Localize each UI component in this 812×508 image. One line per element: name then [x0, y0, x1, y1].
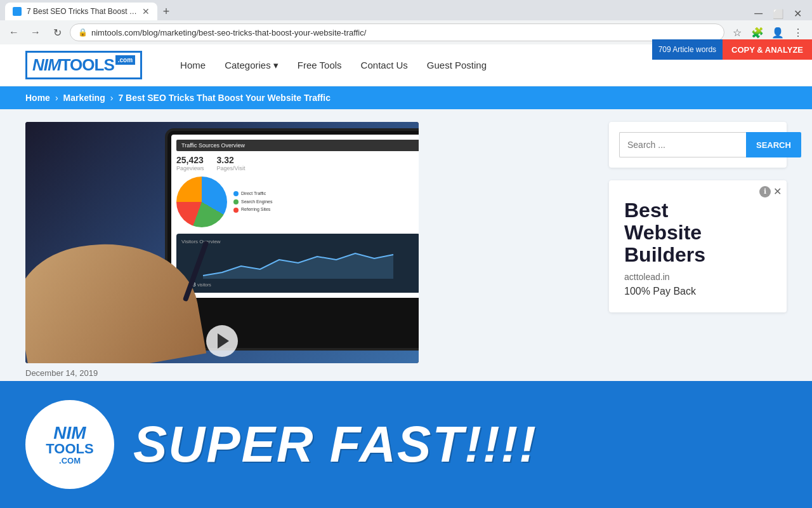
tab-title: 7 Best SEO Tricks That Boost You... — [27, 7, 137, 16]
copy-analyze-button[interactable]: COPY & ANALYZE — [723, 39, 812, 60]
logo-com: .com — [115, 55, 135, 65]
breadcrumb-sep-1: › — [55, 93, 58, 103]
logo-nim: NIM — [32, 55, 61, 75]
article-date: December 14, 2019 — [25, 368, 590, 378]
article-area: Traffic Sources Overview 25,423Pageviews… — [25, 122, 590, 378]
stat-pages-visit: 3.32Pages/Visit — [217, 155, 246, 171]
ad-widget: ℹ ✕ BestWebsiteBuilders acttolead.in 100… — [609, 180, 787, 312]
chart-legend: Direct Traffic Search Engines Referring … — [233, 190, 272, 214]
window-maximize-button[interactable]: ⬜ — [773, 9, 783, 19]
website: NIM TOOLS .com Home Categories ▾ Free To… — [0, 44, 812, 391]
window-minimize-button[interactable]: ─ — [754, 7, 763, 20]
banner-logo: NIM TOOLS .COM — [25, 400, 114, 489]
ad-headline: BestWebsiteBuilders — [624, 199, 771, 267]
banner-logo-nim: NIM — [53, 424, 86, 442]
nav-categories[interactable]: Categories ▾ — [225, 60, 278, 71]
tab-close-button[interactable]: ✕ — [142, 6, 150, 17]
logo-box: NIM TOOLS .com — [25, 51, 142, 79]
banner-text: SUPER FAST!!!! — [133, 415, 537, 474]
play-button[interactable] — [206, 325, 238, 357]
reload-button[interactable]: ↻ — [48, 23, 66, 41]
url-text: nimtools.com/blog/marketing/best-seo-tri… — [91, 28, 716, 37]
ad-domain: acttolead.in — [624, 272, 771, 282]
search-widget: SEARCH — [609, 122, 787, 168]
search-button[interactable]: SEARCH — [746, 132, 801, 157]
extension-icon[interactable]: 🧩 — [749, 23, 766, 41]
search-input[interactable] — [619, 132, 746, 157]
featured-image: Traffic Sources Overview 25,423Pageviews… — [25, 122, 419, 363]
word-count-label: 709 Article words — [658, 45, 716, 54]
breadcrumb-marketing[interactable]: Marketing — [63, 93, 105, 103]
ad-info-icon[interactable]: ℹ — [759, 186, 771, 197]
lock-icon: 🔒 — [78, 28, 88, 37]
ad-close-icon[interactable]: ✕ — [773, 185, 782, 197]
url-bar[interactable]: 🔒 nimtools.com/blog/marketing/best-seo-t… — [70, 23, 724, 41]
play-icon — [218, 333, 229, 349]
sidebar: SEARCH ℹ ✕ BestWebsiteBuilders acttolead… — [609, 122, 787, 378]
analytics-header: Traffic Sources Overview — [176, 140, 419, 151]
ad-controls: ℹ ✕ — [759, 185, 782, 197]
browser-chrome: 7 Best SEO Tricks That Boost You... ✕ + … — [0, 0, 812, 44]
main-content: Traffic Sources Overview 25,423Pageviews… — [0, 109, 812, 391]
word-count-badge: 709 Article words — [652, 39, 723, 60]
pie-chart — [176, 177, 227, 227]
window-close-button[interactable]: ✕ — [794, 8, 802, 20]
search-row: SEARCH — [619, 132, 776, 157]
back-button[interactable]: ← — [5, 23, 23, 41]
logo-tools: TOOLS — [61, 55, 114, 75]
stat-pageviews: 25,423Pageviews — [176, 155, 204, 171]
browser-tab[interactable]: 7 Best SEO Tricks That Boost You... ✕ — [5, 3, 157, 20]
banner-logo-com: .COM — [59, 456, 81, 465]
bookmark-button[interactable]: ☆ — [728, 23, 746, 41]
tab-favicon — [13, 7, 22, 16]
nav-home[interactable]: Home — [180, 60, 206, 70]
menu-button[interactable]: ⋮ — [789, 23, 807, 41]
breadcrumb-home[interactable]: Home — [25, 93, 50, 103]
breadcrumb-bar: Home › Marketing › 7 Best SEO Tricks Tha… — [0, 86, 812, 109]
nav-contact-us[interactable]: Contact Us — [361, 60, 408, 70]
tab-bar: 7 Best SEO Tricks That Boost You... ✕ + … — [0, 0, 812, 20]
nav-links: Home Categories ▾ Free Tools Contact Us … — [180, 60, 487, 71]
ad-tagline: 100% Pay Back — [624, 286, 771, 297]
breadcrumb-current: 7 Best SEO Tricks That Boost Your Websit… — [118, 93, 331, 103]
account-button[interactable]: 👤 — [769, 23, 787, 41]
ad-content: BestWebsiteBuilders acttolead.in 100% Pa… — [609, 180, 787, 312]
new-tab-button[interactable]: + — [157, 3, 175, 20]
forward-button[interactable]: → — [27, 23, 44, 41]
breadcrumb-sep-2: › — [110, 93, 114, 103]
nav-free-tools[interactable]: Free Tools — [298, 60, 342, 70]
site-logo: NIM TOOLS .com — [25, 51, 142, 79]
banner-logo-tools: TOOLS — [46, 442, 93, 456]
bottom-banner: NIM TOOLS .COM SUPER FAST!!!! — [0, 381, 812, 508]
nav-guest-posting[interactable]: Guest Posting — [427, 60, 487, 70]
extension-bar: 709 Article words COPY & ANALYZE — [652, 39, 812, 60]
toolbar-icons: ☆ 🧩 👤 ⋮ — [728, 23, 807, 41]
